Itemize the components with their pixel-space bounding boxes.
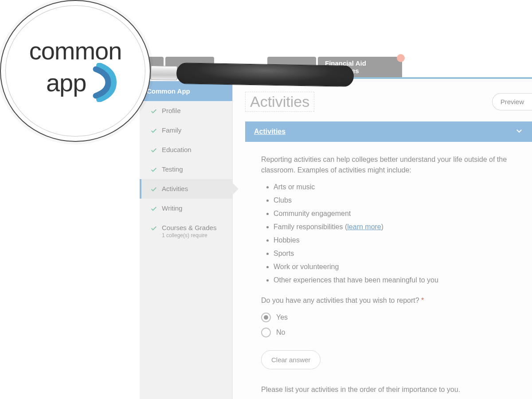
radio-no-label: No xyxy=(276,327,285,338)
sidebar-item-writing[interactable]: Writing xyxy=(140,199,232,218)
list-item: Arts or music xyxy=(274,182,516,192)
brand-logo: common app xyxy=(29,39,122,102)
sidebar-item-label: Education xyxy=(162,146,192,153)
radio-icon xyxy=(261,313,271,322)
list-item: Work or volunteering xyxy=(274,262,516,272)
tab-hidden-1[interactable] xyxy=(140,57,164,77)
sidebar-item-label: Courses & Grades xyxy=(162,224,216,231)
sidebar-item-label: Profile xyxy=(162,107,181,114)
list-item: Other experiences that have been meaning… xyxy=(274,275,516,286)
list-item: Clubs xyxy=(274,195,516,206)
check-icon xyxy=(150,127,157,134)
top-tab-bar: Financial Aid Resources xyxy=(140,57,532,79)
sidebar-item-label: Writing xyxy=(162,204,182,212)
sidebar: Common App Profile Family Education Test… xyxy=(140,81,233,399)
check-icon xyxy=(150,108,157,115)
sidebar-item-activities[interactable]: Activities xyxy=(140,179,232,199)
sidebar-item-testing[interactable]: Testing xyxy=(140,160,232,179)
sidebar-item-label: Testing xyxy=(162,165,183,173)
check-icon xyxy=(150,205,157,212)
sidebar-item-courses-grades[interactable]: Courses & Grades 1 college(s) require xyxy=(140,218,232,244)
main-panel: Activities Preview Activities Reporting … xyxy=(233,81,532,399)
accordion-title: Activities xyxy=(254,128,286,136)
question-text: Do you have any activities that you wish… xyxy=(261,297,419,304)
sidebar-item-label: Activities xyxy=(162,185,188,192)
form-body: Reporting activities can help colleges b… xyxy=(245,142,532,395)
radio-icon xyxy=(261,328,271,337)
sidebar-item-profile[interactable]: Profile xyxy=(140,101,232,121)
check-icon xyxy=(150,147,157,154)
chevron-down-icon xyxy=(515,127,523,137)
closing-text: Please list your activities in the order… xyxy=(261,384,516,395)
sidebar-item-sublabel: 1 college(s) require xyxy=(162,232,216,239)
tab-financial-aid[interactable]: Financial Aid Resources xyxy=(318,57,402,77)
required-asterisk: * xyxy=(421,297,424,304)
magnifier-overlay: common app xyxy=(0,0,160,142)
tab-financial-aid-label: Financial Aid Resources xyxy=(325,59,395,74)
example-family: Family responsibilities xyxy=(274,223,343,231)
alert-dot-icon xyxy=(397,54,405,62)
list-item: Family responsibilities (learn more) xyxy=(274,222,516,232)
check-icon xyxy=(150,166,157,173)
brand-line1: common xyxy=(29,37,122,65)
page-title: Activities xyxy=(245,92,314,112)
brand-line2: app xyxy=(46,71,86,94)
examples-list: Arts or music Clubs Community engagement… xyxy=(274,182,516,286)
tab-blank-active xyxy=(216,57,266,77)
list-item: Hobbies xyxy=(274,235,516,246)
preview-button[interactable]: Preview xyxy=(492,93,532,110)
sidebar-item-label: Family xyxy=(162,126,181,134)
tab-hidden-2[interactable] xyxy=(165,57,214,77)
question-row: Do you have any activities that you wish… xyxy=(261,295,516,306)
sidebar-item-family[interactable]: Family xyxy=(140,121,232,140)
radio-yes-label: Yes xyxy=(276,312,288,323)
sidebar-item-education[interactable]: Education xyxy=(140,140,232,160)
list-item: Sports xyxy=(274,248,516,259)
magnifier-lens: common app xyxy=(0,0,151,142)
panel-header: Activities Preview xyxy=(245,92,532,112)
tab-hidden-3[interactable] xyxy=(267,57,316,77)
clear-answer-button[interactable]: Clear answer xyxy=(261,350,321,369)
learn-more-link[interactable]: learn more xyxy=(347,223,381,231)
list-item: Community engagement xyxy=(274,208,516,219)
accordion-activities[interactable]: Activities xyxy=(245,121,532,142)
workspace: Common App Profile Family Education Test… xyxy=(140,81,532,399)
brand-mark-icon xyxy=(90,63,121,103)
radio-yes[interactable]: Yes xyxy=(261,312,516,323)
sidebar-header: Common App xyxy=(140,81,232,101)
radio-no[interactable]: No xyxy=(261,327,516,338)
check-icon xyxy=(150,225,157,232)
intro-text: Reporting activities can help colleges b… xyxy=(261,154,516,176)
check-icon xyxy=(150,186,157,193)
